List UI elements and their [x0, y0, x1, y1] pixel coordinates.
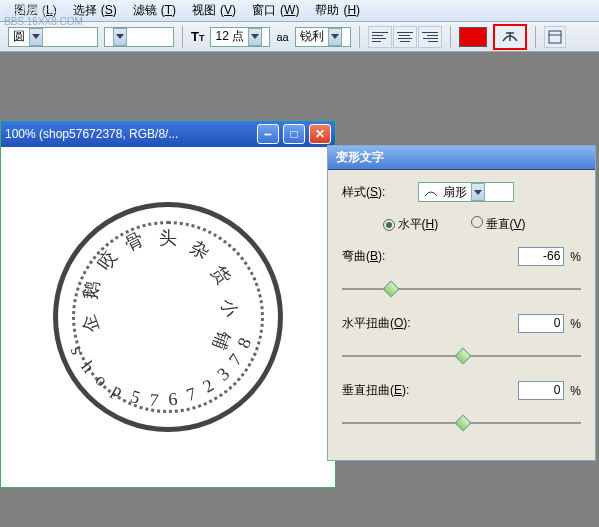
radio-icon — [383, 219, 395, 231]
hdist-label: 水平扭曲(O): — [342, 315, 412, 332]
aa-icon: aa — [276, 31, 288, 43]
hdist-slider[interactable] — [342, 347, 581, 365]
document-window: 100% (shop57672378, RGB/8/... ‒ □ ✕ 企鹅咬骨… — [0, 120, 336, 488]
style-label: 样式(S): — [342, 184, 412, 201]
pct: % — [570, 250, 581, 264]
chevron-down-icon — [248, 28, 262, 46]
panel-icon — [548, 30, 562, 44]
warp-text-button[interactable] — [493, 24, 527, 50]
font-size-dd[interactable]: 12 点 — [210, 27, 270, 47]
bend-input[interactable]: -66 — [518, 247, 564, 266]
separator — [359, 26, 360, 48]
vert-radio[interactable]: 垂直(V) — [471, 216, 541, 233]
options-bar: 圆 TT 12 点 aa 锐利 — [0, 22, 599, 52]
chevron-down-icon — [328, 28, 342, 46]
close-button[interactable]: ✕ — [309, 124, 331, 144]
font-family-dd[interactable]: 圆 — [8, 27, 98, 47]
menu-help[interactable]: 帮助(H) — [307, 0, 364, 21]
warp-text-icon — [500, 29, 520, 45]
hdist-input[interactable]: 0 — [518, 314, 564, 333]
bend-slider[interactable] — [342, 280, 581, 298]
horiz-radio[interactable]: 水平(H) — [383, 216, 453, 233]
chevron-down-icon — [471, 183, 485, 201]
text-color-swatch[interactable] — [459, 27, 487, 47]
title-bar[interactable]: 100% (shop57672378, RGB/8/... ‒ □ ✕ — [1, 121, 335, 147]
radio-icon — [471, 216, 483, 228]
menu-view[interactable]: 视图(V) — [184, 0, 240, 21]
chevron-down-icon — [113, 28, 127, 46]
arc-icon — [423, 186, 439, 198]
font-style-dd[interactable] — [104, 27, 174, 47]
separator — [182, 26, 183, 48]
svg-rect-0 — [549, 31, 561, 43]
menu-layer[interactable]: 图层(L) — [6, 0, 61, 21]
canvas[interactable]: 企鹅咬骨头杂货小铺 shop57672378 — [1, 147, 335, 487]
panel-title[interactable]: 变形文字 — [328, 146, 595, 170]
menu-filter[interactable]: 滤镜(T) — [125, 0, 180, 21]
arc-text-bottom: shop57672378 — [58, 207, 278, 427]
pct: % — [570, 317, 581, 331]
align-center-button[interactable] — [393, 26, 417, 48]
align-right-button[interactable] — [418, 26, 442, 48]
vdist-label: 垂直扭曲(E): — [342, 382, 412, 399]
chevron-down-icon — [29, 28, 43, 46]
window-title: 100% (shop57672378, RGB/8/... — [5, 127, 253, 141]
aa-dd[interactable]: 锐利 — [295, 27, 351, 47]
stamp-graphic: 企鹅咬骨头杂货小铺 shop57672378 — [53, 202, 283, 432]
menu-window[interactable]: 窗口(W) — [244, 0, 303, 21]
vdist-input[interactable]: 0 — [518, 381, 564, 400]
separator — [450, 26, 451, 48]
maximize-button[interactable]: □ — [283, 124, 305, 144]
style-dd[interactable]: 扇形 — [418, 182, 514, 202]
menu-bar: 图层(L) 选择(S) 滤镜(T) 视图(V) 窗口(W) 帮助(H) — [0, 0, 599, 22]
bend-label: 弯曲(B): — [342, 248, 412, 265]
separator — [535, 26, 536, 48]
pct: % — [570, 384, 581, 398]
size-icon: TT — [191, 29, 204, 44]
warp-text-panel: 变形文字 样式(S): 扇形 水平(H) 垂直(V) 弯曲(B):-66% 水平… — [327, 145, 596, 461]
vdist-slider[interactable] — [342, 414, 581, 432]
palette-button[interactable] — [544, 26, 566, 48]
minimize-button[interactable]: ‒ — [257, 124, 279, 144]
align-left-button[interactable] — [368, 26, 392, 48]
menu-select[interactable]: 选择(S) — [65, 0, 121, 21]
